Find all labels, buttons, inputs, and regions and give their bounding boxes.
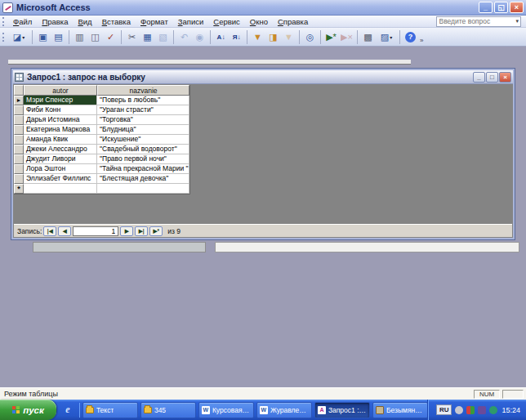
column-header-nazvanie[interactable]: nazvanie — [97, 85, 189, 96]
taskbar-button-zhuravlev[interactable]: W Журавлев К... — [256, 402, 312, 418]
tray-icon-a[interactable] — [455, 406, 463, 414]
view-button[interactable]: ◪▾ — [8, 29, 29, 45]
find-button[interactable]: ◎ — [302, 29, 318, 45]
menu-tools[interactable]: Сервис — [208, 16, 245, 27]
insert-hyperlink-button[interactable]: ◉ — [192, 29, 207, 45]
toolbar-separator — [357, 30, 358, 44]
taskbar-button-kursovaya[interactable]: W Курсовая.do... — [198, 402, 254, 418]
cell-autor-empty[interactable] — [24, 184, 97, 194]
chevron-down-icon[interactable]: ▾ — [514, 18, 520, 25]
internet-explorer-icon[interactable]: e — [62, 404, 74, 416]
menu-file[interactable]: Файл — [8, 16, 37, 27]
menu-help[interactable]: Справка — [273, 16, 313, 27]
taskbar-button-345[interactable]: 345 — [140, 402, 196, 418]
undo-icon: ↶ — [181, 32, 188, 42]
sort-ascending-button[interactable]: А↓ — [213, 29, 229, 45]
cell-nazvanie[interactable]: "Блудница" — [97, 125, 189, 135]
delete-record-button[interactable]: ▶× — [339, 29, 354, 45]
previous-record-button[interactable]: ◀ — [58, 226, 71, 236]
menu-format[interactable]: Формат — [136, 16, 173, 27]
query-window-titlebar[interactable]: Запрос1 : запрос на выборку _ □ × — [13, 70, 513, 84]
menu-view[interactable]: Вид — [73, 16, 96, 27]
new-record-button[interactable]: ▶* — [323, 29, 339, 45]
spelling-button[interactable]: ✓ — [103, 29, 118, 45]
record-selector[interactable] — [14, 174, 24, 184]
copy-button[interactable]: ▦ — [140, 29, 155, 45]
help-button[interactable]: ? — [403, 29, 418, 45]
first-record-button[interactable]: |◀ — [43, 226, 56, 236]
taskbar-button-bezymyanny[interactable]: Безымянный... — [372, 402, 428, 418]
query-maximize-button[interactable]: □ — [486, 72, 498, 83]
ask-question-input[interactable] — [437, 17, 514, 26]
record-selector[interactable] — [14, 164, 24, 174]
file-search-button[interactable]: ▤ — [51, 29, 66, 45]
filter-by-selection-button[interactable]: ▼ — [250, 29, 265, 45]
column-header-autor[interactable]: autor — [24, 85, 97, 96]
print-button[interactable]: ▥ — [72, 29, 87, 45]
cell-autor[interactable]: Лора Эштон — [24, 164, 97, 174]
cell-autor[interactable]: Фиби Конн — [24, 105, 97, 115]
query-minimize-button[interactable]: _ — [473, 72, 485, 83]
query-close-button[interactable]: × — [499, 72, 511, 83]
cell-autor[interactable]: Эллизабет Филлипс — [24, 174, 97, 184]
undo-button[interactable]: ↶ — [176, 29, 192, 45]
record-selector[interactable] — [14, 115, 24, 125]
paste-button[interactable]: ▧ — [155, 29, 171, 45]
tray-icon-c[interactable] — [478, 406, 486, 414]
cut-button[interactable]: ✂ — [124, 29, 140, 45]
record-selector-current[interactable]: ► — [14, 96, 24, 105]
cell-autor[interactable]: Аманда Квик — [24, 135, 97, 145]
menu-records[interactable]: Записи — [173, 16, 209, 27]
close-button[interactable]: × — [510, 2, 524, 13]
cell-autor[interactable]: Джудит Ливори — [24, 154, 97, 164]
select-all-corner[interactable] — [14, 85, 24, 96]
menubar-grip[interactable] — [2, 17, 5, 26]
menu-edit[interactable]: Правка — [37, 16, 73, 27]
record-selector[interactable] — [14, 154, 24, 164]
print-preview-button[interactable]: ◫ — [87, 29, 103, 45]
cell-nazvanie[interactable]: "Торговка" — [97, 115, 189, 125]
tray-icon-d[interactable] — [489, 406, 497, 414]
cell-nazvanie[interactable]: "Тайна прекрасной Марии " — [97, 164, 189, 174]
new-record-selector[interactable]: * — [14, 184, 24, 194]
restore-button[interactable]: ◱ — [494, 2, 508, 13]
current-record-input[interactable] — [73, 226, 118, 236]
sort-descending-button[interactable]: Я↓ — [229, 29, 244, 45]
new-record-nav-button[interactable]: ▶* — [149, 226, 163, 236]
record-selector[interactable] — [14, 135, 24, 145]
record-selector[interactable] — [14, 145, 24, 154]
cell-nazvanie[interactable]: "Блестящая девочка" — [97, 174, 189, 184]
filter-by-form-button[interactable]: ◨ — [265, 29, 281, 45]
cell-autor[interactable]: Екатерина Маркова — [24, 125, 97, 135]
cell-nazvanie-empty[interactable] — [97, 184, 189, 194]
apply-filter-button[interactable]: ▼ — [281, 29, 296, 45]
cell-nazvanie[interactable]: "Ураган страсти" — [97, 105, 189, 115]
menu-window[interactable]: Окно — [245, 16, 273, 27]
cell-autor[interactable]: Дарья Истомина — [24, 115, 97, 125]
language-indicator[interactable]: RU — [436, 404, 452, 415]
menu-insert[interactable]: Вставка — [97, 16, 136, 27]
last-record-button[interactable]: ▶| — [135, 226, 148, 236]
cell-nazvanie[interactable]: "Искушение" — [97, 135, 189, 145]
toolbar-separator — [247, 30, 247, 44]
toolbar-options-button[interactable]: » — [420, 37, 423, 46]
cell-nazvanie[interactable]: "Право первой ночи" — [97, 154, 189, 164]
cell-nazvanie[interactable]: "Поверь в любовь" — [97, 96, 189, 105]
tray-icon-b[interactable] — [466, 406, 475, 414]
record-selector[interactable] — [14, 125, 24, 135]
start-button[interactable]: пуск — [0, 400, 56, 420]
cell-autor[interactable]: Мэри Спенсер — [24, 96, 97, 105]
minimize-button[interactable]: _ — [479, 2, 493, 13]
taskbar-button-tekst[interactable]: Текст — [82, 402, 138, 418]
cell-autor[interactable]: Джеки Алессандро — [24, 145, 97, 154]
folder-icon — [86, 407, 94, 413]
database-window-button[interactable]: ▩ — [360, 29, 376, 45]
table-row: Джеки Алессандро "Свадебный водоворот" — [14, 145, 189, 154]
next-record-button[interactable]: ▶ — [120, 226, 133, 236]
new-object-button[interactable]: ▨▾ — [376, 29, 397, 45]
taskbar-button-zapros1[interactable]: A Запрос1 : за... — [314, 402, 370, 418]
cell-nazvanie[interactable]: "Свадебный водоворот" — [97, 145, 189, 154]
save-button[interactable]: ▣ — [35, 29, 51, 45]
record-selector[interactable] — [14, 105, 24, 115]
toolbar-grip[interactable] — [2, 33, 5, 42]
